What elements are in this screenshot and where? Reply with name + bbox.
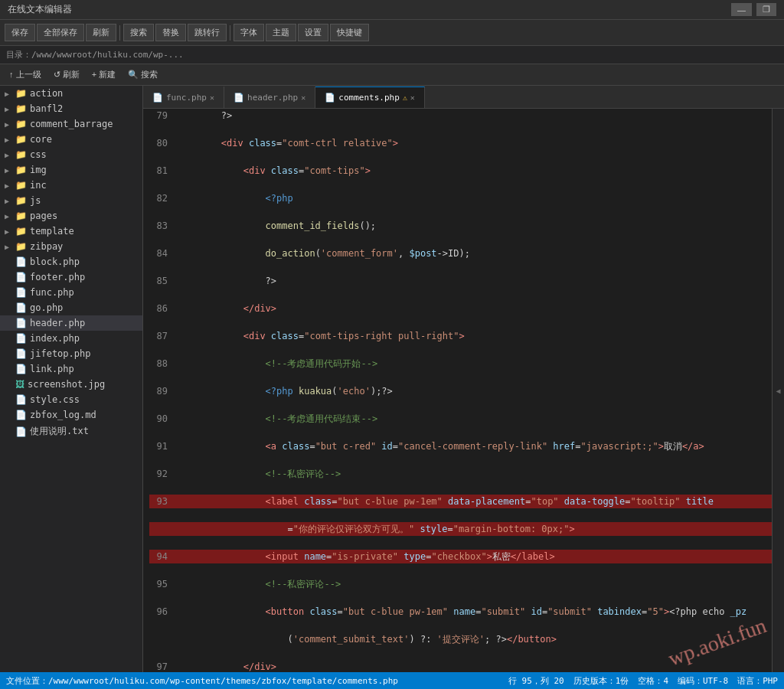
- line-row: 89 <?php kuakua('echo');?>: [149, 384, 772, 398]
- tab-header-label: header.php: [247, 93, 298, 103]
- sidebar-item-core[interactable]: ▶ 📁 core: [0, 132, 142, 147]
- search-sub-button[interactable]: 🔍 搜索: [123, 67, 162, 82]
- minimize-button[interactable]: —: [731, 3, 752, 16]
- tab-func-close[interactable]: ✕: [210, 93, 214, 102]
- tab-func[interactable]: 📄 func.php ✕: [143, 87, 224, 108]
- sidebar-label-action: action: [30, 88, 63, 99]
- main-layout: ▶ 📁 action ▶ 📁 banfl2 ▶ 📁 comment_barrag…: [0, 86, 784, 672]
- line-row: 80 <div class="comt-ctrl relative">: [149, 136, 772, 150]
- chevron-right-icon2: ▶: [5, 105, 12, 113]
- sidebar-item-readme[interactable]: 📄 使用说明.txt: [0, 423, 142, 440]
- sidebar-label-zbfox-log: zbfox_log.md: [30, 410, 96, 420]
- php-file-icon1: 📄: [15, 256, 27, 267]
- app-title: 在线文本编辑器: [8, 3, 72, 16]
- new-button[interactable]: + 新建: [87, 67, 120, 82]
- tab-func-label: func.php: [166, 93, 207, 103]
- md-file-icon: 📄: [15, 410, 27, 420]
- sidebar-item-index[interactable]: 📄 index.php: [0, 331, 142, 346]
- font-button[interactable]: 字体: [234, 24, 264, 41]
- code-container[interactable]: 79 ?> 80 <div class="comt-ctrl relative"…: [143, 109, 784, 672]
- sidebar-label-link: link.php: [30, 364, 74, 374]
- tab-header[interactable]: 📄 header.php ✕: [224, 87, 315, 108]
- sidebar-label-pages: pages: [30, 211, 57, 221]
- sidebar-item-css[interactable]: ▶ 📁 css: [0, 147, 142, 162]
- sidebar-item-inc[interactable]: ▶ 📁 inc: [0, 178, 142, 193]
- tabs: 📄 func.php ✕ 📄 header.php ✕ 📄 comments.p…: [143, 86, 784, 109]
- line-row: 96 <button class="but c-blue pw-1em" nam…: [149, 605, 772, 619]
- sidebar-label-template: template: [30, 226, 74, 237]
- folder-icon8: 📁: [15, 195, 27, 206]
- sidebar-item-action[interactable]: ▶ 📁 action: [0, 86, 142, 101]
- collapse-panel[interactable]: ◀: [772, 109, 784, 672]
- sidebar-item-screenshot[interactable]: 🖼 screenshot.jpg: [0, 377, 142, 392]
- sidebar-item-zbfox-log[interactable]: 📄 zbfox_log.md: [0, 407, 142, 423]
- line-row: 84 do_action('comment_form', $post->ID);: [149, 247, 772, 260]
- tab-header-close[interactable]: ✕: [301, 93, 305, 102]
- sidebar-item-footer[interactable]: 📄 footer.php: [0, 269, 142, 285]
- tab-comments-warning: ⚠: [403, 93, 407, 102]
- goto-line-button[interactable]: 跳转行: [188, 24, 227, 41]
- sidebar: ▶ 📁 action ▶ 📁 banfl2 ▶ 📁 comment_barrag…: [0, 86, 143, 672]
- sidebar-item-style[interactable]: 📄 style.css: [0, 392, 142, 407]
- sidebar-item-js[interactable]: ▶ 📁 js: [0, 193, 142, 208]
- refresh-sub-button[interactable]: ↺ 刷新: [49, 67, 84, 82]
- replace-button[interactable]: 替换: [155, 24, 186, 41]
- line-row: 91 <a class="but c-red" id="cancel-comme…: [149, 439, 772, 453]
- collapse-icon: ◀: [776, 387, 780, 395]
- php-file-icon7: 📄: [15, 348, 27, 359]
- sidebar-item-link[interactable]: 📄 link.php: [0, 361, 142, 377]
- php-file-icon2: 📄: [15, 272, 27, 282]
- sidebar-label-banfl2: banfl2: [30, 103, 63, 114]
- folder-icon9: 📁: [15, 211, 27, 221]
- line-row: 79 ?>: [149, 109, 772, 122]
- folder-icon7: 📁: [15, 180, 27, 191]
- folder-icon2: 📁: [15, 103, 27, 114]
- sidebar-item-img[interactable]: ▶ 📁 img: [0, 162, 142, 178]
- sidebar-item-block[interactable]: 📄 block.php: [0, 254, 142, 269]
- line-row: 82 <?php: [149, 191, 772, 205]
- tab-func-icon: 📄: [152, 93, 163, 103]
- shortcuts-button[interactable]: 快捷键: [330, 24, 369, 41]
- sidebar-item-jifetop[interactable]: 📄 jifetop.php: [0, 346, 142, 361]
- sidebar-item-pages[interactable]: ▶ 📁 pages: [0, 208, 142, 224]
- sidebar-item-go[interactable]: 📄 go.php: [0, 300, 142, 315]
- history-version: 历史版本：1份: [573, 675, 629, 687]
- line-row: 81 <div class="comt-tips">: [149, 164, 772, 178]
- sidebar-item-zibpay[interactable]: ▶ 📁 zibpay: [0, 239, 142, 254]
- save-button[interactable]: 保存: [5, 24, 35, 41]
- code-editor[interactable]: 79 ?> 80 <div class="comt-ctrl relative"…: [143, 109, 772, 672]
- editor-area: 📄 func.php ✕ 📄 header.php ✕ 📄 comments.p…: [143, 86, 784, 672]
- theme-button[interactable]: 主题: [266, 24, 296, 41]
- chevron-right-icon8: ▶: [5, 197, 12, 205]
- save-all-button[interactable]: 全部保存: [37, 24, 84, 41]
- php-file-icon4: 📄: [15, 302, 27, 313]
- sidebar-label-screenshot: screenshot.jpg: [28, 379, 105, 390]
- sidebar-item-func[interactable]: 📄 func.php: [0, 285, 142, 300]
- sidebar-item-comment-barrage[interactable]: ▶ 📁 comment_barrage: [0, 116, 142, 132]
- chevron-right-icon10: ▶: [5, 227, 12, 236]
- sidebar-item-banfl2[interactable]: ▶ 📁 banfl2: [0, 101, 142, 116]
- sidebar-label-zibpay: zibpay: [30, 241, 63, 252]
- line-row: 86 </div>: [149, 302, 772, 315]
- sidebar-label-comment-barrage: comment_barrage: [30, 119, 113, 129]
- css-file-icon: 📄: [15, 394, 27, 405]
- chevron-right-icon11: ▶: [5, 243, 12, 251]
- tab-comments[interactable]: 📄 comments.php ⚠ ✕: [315, 87, 425, 108]
- sidebar-label-inc: inc: [30, 180, 47, 191]
- line-row-93b: ="你的评论仅评论双方可见。" style="margin-bottom: 0p…: [149, 522, 772, 536]
- chevron-right-icon6: ▶: [5, 166, 12, 175]
- sidebar-item-template[interactable]: ▶ 📁 template: [0, 224, 142, 239]
- up-button[interactable]: ↑ 上一级: [5, 67, 46, 82]
- sidebar-label-header: header.php: [30, 318, 85, 328]
- restore-button[interactable]: ❐: [756, 3, 776, 16]
- sidebar-label-index: index.php: [30, 333, 80, 344]
- refresh-button[interactable]: 刷新: [86, 24, 116, 41]
- sidebar-item-header[interactable]: 📄 header.php: [0, 315, 142, 331]
- folder-icon: 📁: [15, 88, 27, 99]
- sidebar-label-core: core: [30, 134, 52, 145]
- settings-button[interactable]: 设置: [298, 24, 328, 41]
- search-button[interactable]: 搜索: [123, 24, 154, 41]
- tab-comments-close[interactable]: ✕: [410, 93, 415, 102]
- encoding-status: 编码：UTF-8: [678, 675, 728, 687]
- folder-icon6: 📁: [15, 165, 27, 175]
